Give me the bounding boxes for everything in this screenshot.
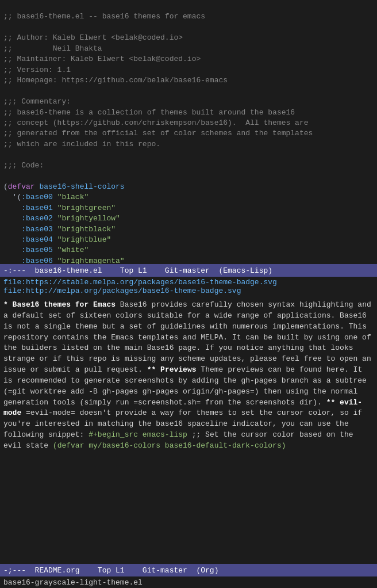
bottom-line: base16-grayscale-light-theme.el: [0, 576, 377, 588]
readme-line-13: request.: [106, 365, 142, 374]
minibuffer-line-1: file:https://stable.melpa.org/packages/b…: [3, 278, 374, 287]
code-line-15: ;;; Code:: [3, 161, 44, 170]
code-line-22: :base04 "brightblue": [3, 235, 111, 244]
status-bar-2: -;--- README.org Top L1 Git-master (Org): [0, 564, 377, 576]
code-line-9: ;;; Commentary:: [3, 97, 71, 106]
code-line-5: ;; Maintainer: Kaleb Elwert <belak@coded…: [3, 55, 201, 63]
code-line-3: ;; Author: Kaleb Elwert <belak@coded.io>: [3, 33, 183, 42]
minibuffer-line-2: file:http://melpa.org/packages/base16-th…: [3, 287, 374, 295]
bottom-line-text: base16-grayscale-light-theme.el: [3, 578, 143, 587]
code-line-12: ;; generated from the official set of co…: [3, 129, 313, 138]
readme-line-29: #+begin_src emacs-lisp: [89, 430, 187, 439]
code-line-23: :base05 "white": [3, 246, 89, 254]
code-line-19: :base01 "brightgreen": [3, 204, 116, 212]
readme-heading-1: * Base16 themes for Emacs: [3, 300, 116, 309]
readme-line-5: not a single theme but a set of guidelin…: [17, 322, 268, 331]
code-line-7: ;; Homepage: https://github.com/belak/ba…: [3, 76, 228, 85]
code-line-11: ;; concept (https://github.com/chriskemp…: [3, 119, 309, 127]
status-bar-1-text: -:--- base16-theme.el Top L1 Git-master …: [3, 266, 272, 275]
readme-line-22: the screenshots dir).: [228, 398, 322, 407]
code-area[interactable]: ;; base16-theme.el -- base16 themes for …: [0, 0, 377, 264]
readme-area[interactable]: * Base16 themes for Emacs Base16 provide…: [0, 297, 377, 564]
minibuffer-area: file:https://stable.melpa.org/packages/b…: [0, 277, 377, 297]
code-line-18: '(:base00 "black": [3, 193, 89, 201]
code-line-1: ;; base16-theme.el -- base16 themes for …: [3, 12, 205, 21]
code-line-6: ;; Version: 1.1: [3, 66, 71, 74]
code-line-24: :base06 "brightmagenta": [3, 257, 125, 264]
code-line-13: ;; which are included in this repo.: [3, 140, 160, 148]
readme-line-6: implementations.: [272, 322, 344, 331]
status-bar-1: -:--- base16-theme.el Top L1 Git-master …: [0, 264, 377, 277]
readme-heading-previews: ** Previews: [147, 365, 197, 374]
code-line-4: ;; Neil Bhakta: [3, 44, 102, 53]
code-line-17: (defvar base16-shell-colors: [3, 182, 125, 191]
code-line-21: :base03 "brightblack": [3, 225, 116, 234]
readme-line-17: Theme previews can be found here.: [201, 365, 348, 374]
readme-line-25: =evil-mode= doesn't provide a way for th…: [26, 408, 335, 417]
status-bar-2-text: -;--- README.org Top L1 Git-master (Org): [3, 566, 218, 575]
editor-container: ;; base16-theme.el -- base16 themes for …: [0, 0, 377, 588]
readme-line-31: (defvar my/base16-colors base16-default-…: [53, 441, 286, 450]
code-line-10: ;; base16-theme is a collection of theme…: [3, 108, 295, 117]
code-line-20: :base02 "brightyellow": [3, 214, 120, 223]
